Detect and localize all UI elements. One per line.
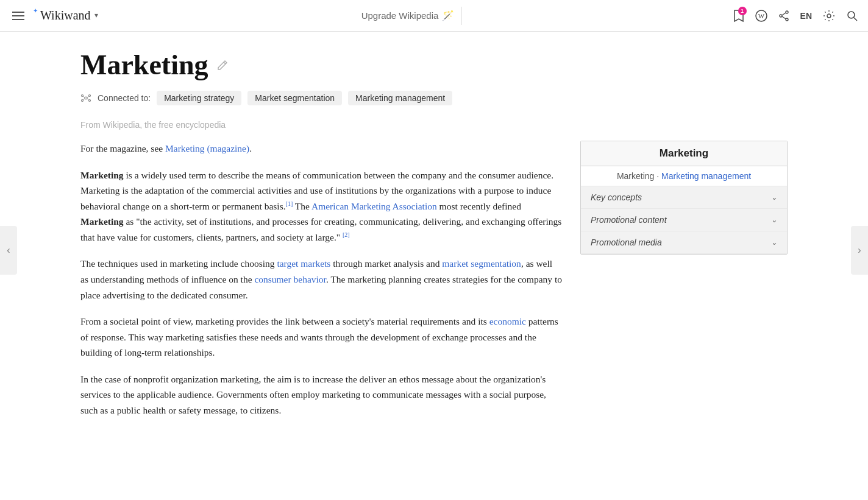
tag-market-segmentation[interactable]: Market segmentation [247,91,342,105]
search-button[interactable] [846,10,858,22]
connected-row: Connected to: Marketing strategy Market … [80,91,788,105]
infobox-section-promotional-media: Promotional media ⌄ [581,231,787,254]
key-concepts-chevron: ⌄ [771,193,777,202]
edit-icon[interactable] [217,60,228,74]
paragraph-3: The techniques used in marketing include… [80,256,562,303]
ref-1[interactable]: [1] [286,200,293,207]
ref-2[interactable]: [2] [343,231,350,238]
share-button[interactable] [778,10,789,21]
tag-marketing-management[interactable]: Marketing management [348,91,452,105]
ama-link[interactable]: American Marketing Association [311,201,437,211]
paragraph-5: In the case of nonprofit organization ma… [80,371,562,418]
wikipedia-button[interactable]: W [755,10,767,22]
infobox-promotional-content-header[interactable]: Promotional content ⌄ [581,209,787,231]
paragraph-4: From a societal point of view, marketing… [80,314,562,361]
svg-point-8 [848,12,855,18]
prev-arrow[interactable]: ‹ [0,226,17,275]
promotional-media-label: Promotional media [591,238,662,247]
promotional-content-chevron: ⌄ [771,216,777,224]
infobox-section-key-concepts: Key concepts ⌄ [581,186,787,209]
infobox-subtitle: Marketing · Marketing management [581,166,787,186]
svg-line-16 [84,96,85,97]
next-arrow[interactable]: › [851,226,868,275]
page-wrapper: Marketing Connected to: Marketing s [44,0,824,453]
connected-icon [80,93,91,104]
navbar-divider [461,7,462,25]
svg-line-18 [84,99,85,100]
marketing-magazine-link[interactable]: Marketing (magazine) [165,143,249,153]
svg-point-12 [82,95,84,97]
svg-point-15 [89,100,91,102]
svg-line-19 [87,99,89,100]
svg-line-17 [87,96,89,97]
svg-point-4 [780,15,782,17]
consumer-behavior-link[interactable]: consumer behavior [254,274,326,284]
infobox-marketing-mgmt-link[interactable]: Marketing management [661,171,751,181]
paragraph-1: For the magazine, see Marketing (magazin… [80,141,562,157]
economic-link[interactable]: economic [489,316,526,326]
tag-marketing-strategy[interactable]: Marketing strategy [157,91,241,105]
bookmark-button[interactable]: 1 [733,9,744,23]
logo[interactable]: ✦ Wikiwand ▾ [33,9,98,23]
article-main: For the magazine, see Marketing (magazin… [80,141,562,429]
logo-text: Wikiwand [40,9,91,23]
promotional-media-chevron: ⌄ [771,238,777,247]
svg-line-9 [854,18,857,21]
article-title-row: Marketing [80,49,788,81]
promotional-content-label: Promotional content [591,215,667,225]
settings-button[interactable] [823,10,835,22]
svg-line-5 [782,13,786,15]
svg-point-3 [786,18,788,21]
infobox-promotional-media-header[interactable]: Promotional media ⌄ [581,231,787,253]
market-segmentation-link[interactable]: market segmentation [442,258,521,269]
svg-text:W: W [758,12,764,19]
from-wikipedia: From Wikipedia, the free encyclopedia [80,120,788,130]
svg-point-11 [85,97,87,99]
connected-label: Connected to: [98,93,151,103]
upgrade-button[interactable]: Upgrade Wikipedia 🪄 [361,10,455,21]
svg-line-6 [782,16,786,19]
infobox: Marketing Marketing · Marketing manageme… [580,141,788,255]
infobox-section-promotional-content: Promotional content ⌄ [581,209,787,231]
svg-point-14 [82,100,84,102]
upgrade-label: Upgrade Wikipedia [361,10,439,21]
svg-point-13 [89,95,91,97]
wand-icon: 🪄 [442,10,454,21]
navbar-left: ✦ Wikiwand ▾ [10,9,98,23]
key-concepts-label: Key concepts [591,192,642,202]
infobox-title: Marketing [581,141,787,166]
logo-star-icon: ✦ [33,7,38,14]
language-selector[interactable]: EN [800,11,812,21]
svg-line-10 [224,62,226,64]
article-title: Marketing [80,49,208,81]
navbar: ✦ Wikiwand ▾ Upgrade Wikipedia 🪄 1 W [0,0,868,32]
article-layout: For the magazine, see Marketing (magazin… [80,141,788,429]
infobox-key-concepts-header[interactable]: Key concepts ⌄ [581,186,787,208]
navbar-right: 1 W EN [733,9,858,23]
hamburger-menu[interactable] [10,9,27,23]
paragraph-2: Marketing is a widely used term to descr… [80,167,562,245]
navbar-center: Upgrade Wikipedia 🪄 [98,7,733,25]
bookmark-badge: 1 [738,7,747,15]
svg-point-7 [827,14,831,18]
target-markets-link[interactable]: target markets [277,258,330,269]
svg-point-2 [786,11,788,13]
